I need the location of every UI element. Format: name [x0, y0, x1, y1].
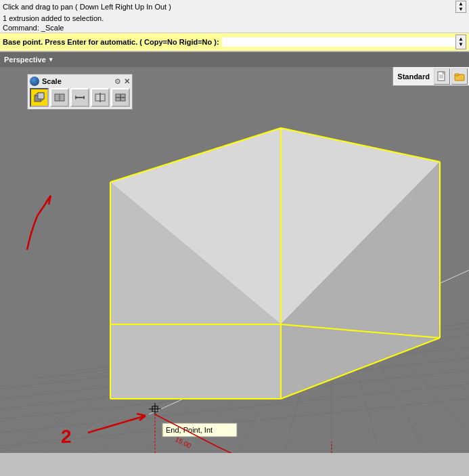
open-folder-button[interactable] [451, 68, 468, 85]
svg-marker-59 [38, 93, 44, 99]
scale-toolbar-title-text: Scale [42, 77, 112, 85]
info-bar: Click and drag to pan ( Down Left Right … [0, 0, 469, 52]
command-input[interactable] [222, 37, 455, 47]
svg-text:End, Point, Int: End, Point, Int [166, 426, 213, 434]
scale-btn-x[interactable] [70, 88, 89, 107]
viewport-label[interactable]: Perspective [4, 56, 46, 64]
viewport-svg: 2 End, Point, Int 15.00 100.00 [0, 67, 469, 453]
scale-toolbar: Scale ⚙ ✕ [27, 74, 133, 110]
svg-marker-64 [82, 95, 85, 100]
scroll-arrows-vertical[interactable]: ▲ ▼ [455, 1, 466, 13]
info-text-3: Command: _Scale [0, 23, 469, 33]
info-text-2: 1 extrusion added to selection. [0, 14, 469, 23]
scale-close-icon[interactable]: ✕ [124, 77, 130, 86]
viewport-dropdown-icon[interactable]: ▼ [48, 56, 54, 63]
command-prompt-text: Base point. Press Enter for automatic. (… [3, 38, 219, 46]
scroll-down-right-icon[interactable]: ▼ [458, 42, 464, 47]
standard-toolbar: Standard [393, 67, 469, 86]
scroll-right-arrows[interactable]: ▲ ▼ [455, 35, 466, 49]
info-text-1: Click and drag to pan ( Down Left Right … [3, 3, 171, 11]
scale-btn-2d[interactable] [50, 88, 69, 107]
viewport-3d[interactable]: 2 End, Point, Int 15.00 100.00 [0, 67, 469, 453]
new-file-button[interactable] [434, 68, 450, 85]
scale-btn-3d[interactable] [30, 88, 49, 107]
svg-text:2: 2 [61, 426, 72, 447]
svg-marker-63 [75, 95, 78, 100]
scale-app-icon [30, 77, 39, 86]
scale-btn-z[interactable] [111, 88, 130, 107]
scale-button-group [30, 88, 130, 107]
scale-btn-y[interactable] [91, 88, 110, 107]
svg-rect-76 [455, 74, 459, 76]
scroll-down-icon[interactable]: ▼ [458, 7, 464, 12]
standard-toolbar-label: Standard [395, 72, 432, 81]
scale-gear-icon[interactable]: ⚙ [114, 77, 121, 86]
viewport-label-row: Perspective ▼ [0, 52, 469, 67]
command-line: Base point. Press Enter for automatic. (… [0, 33, 469, 51]
scale-toolbar-header: Scale ⚙ ✕ [30, 77, 130, 86]
